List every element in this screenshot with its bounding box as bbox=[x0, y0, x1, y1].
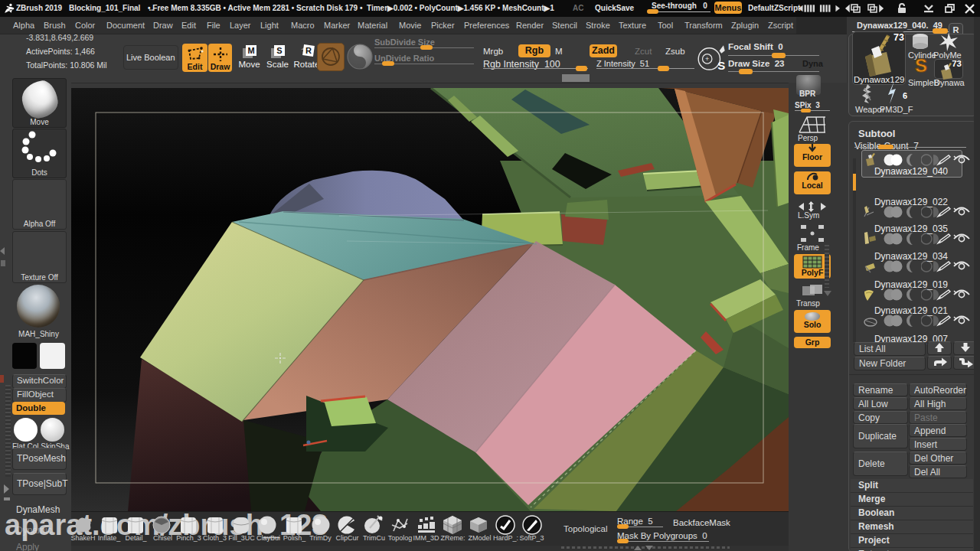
svg-text:S: S bbox=[915, 56, 927, 76]
svg-text:+: + bbox=[705, 55, 709, 63]
svg-text:M: M bbox=[247, 46, 254, 55]
svg-text:R: R bbox=[305, 46, 312, 55]
svg-text:S: S bbox=[276, 46, 282, 55]
svg-text:S: S bbox=[717, 59, 725, 72]
